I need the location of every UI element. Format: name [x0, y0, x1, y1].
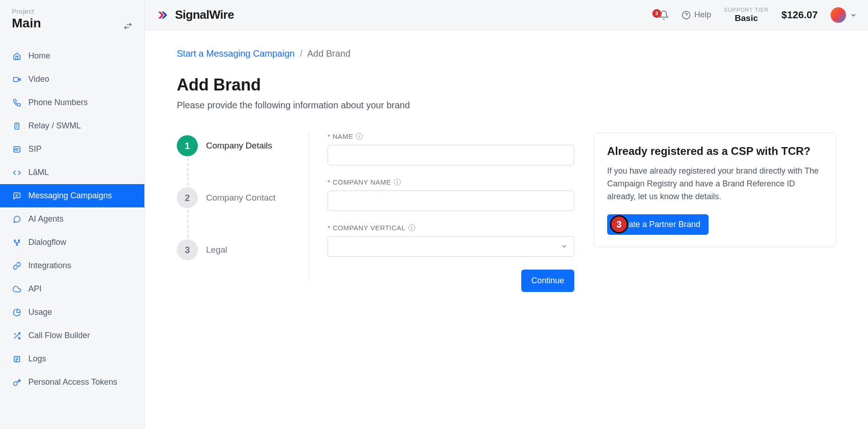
sidebar-item-usage[interactable]: Usage — [0, 301, 144, 324]
help-icon — [682, 11, 691, 20]
company-vertical-select[interactable] — [328, 236, 574, 257]
step-legal[interactable]: 3 Legal — [177, 239, 309, 260]
sidebar-item-sip[interactable]: SIP — [0, 138, 144, 161]
name-label: * NAME — [328, 132, 353, 140]
logs-icon — [12, 355, 22, 363]
sidebar-item-messaging-campaigns[interactable]: Messaging Campaigns — [0, 184, 144, 207]
step-label: Company Details — [206, 141, 272, 151]
sidebar-item-call-flow-builder[interactable]: Call Flow Builder — [0, 324, 144, 347]
step-label: Legal — [206, 245, 228, 255]
support-tier[interactable]: SUPPORT TIER Basic — [724, 7, 769, 23]
info-icon[interactable]: i — [356, 133, 363, 140]
stepper: 1 Company Details 2 Company Contact 3 Le… — [177, 132, 309, 281]
user-menu[interactable] — [831, 7, 857, 23]
brand-name: SignalWire — [175, 8, 234, 22]
sidebar: Project Main Home Video Phone Numbers Re… — [0, 0, 145, 429]
sidebar-item-label: AI Agents — [28, 214, 64, 224]
svg-point-5 — [16, 244, 18, 245]
step-number: 1 — [177, 135, 198, 156]
project-name: Main — [12, 16, 41, 31]
breadcrumb: Start a Messaging Campaign / Add Brand — [177, 48, 836, 59]
sidebar-item-home[interactable]: Home — [0, 44, 144, 68]
step-connector — [187, 210, 188, 238]
sidebar-item-ai-agents[interactable]: AI Agents — [0, 207, 144, 231]
breadcrumb-current: Add Brand — [307, 48, 351, 58]
sidebar-item-logs[interactable]: Logs — [0, 347, 144, 371]
field-company-name: * COMPANY NAME i — [328, 178, 574, 211]
sidebar-item-label: Home — [28, 51, 50, 61]
sidebar-nav: Home Video Phone Numbers Relay / SWML SI… — [0, 44, 144, 394]
csp-info-card: Already registered as a CSP with TCR? If… — [594, 132, 836, 247]
annotation-badge: 3 — [610, 215, 628, 233]
sidebar-item-personal-access-tokens[interactable]: Personal Access Tokens — [0, 371, 144, 394]
link-icon — [12, 262, 22, 270]
topbar: SignalWire 3 Help SUPPORT TIER Basic $12… — [145, 0, 868, 30]
help-button[interactable]: Help — [682, 10, 711, 20]
chart-icon — [12, 308, 22, 317]
company-name-label: * COMPANY NAME — [328, 178, 391, 186]
tier-value: Basic — [724, 13, 769, 23]
info-icon[interactable]: i — [408, 224, 415, 231]
sidebar-item-label: Integrations — [28, 261, 71, 270]
sidebar-item-integrations[interactable]: Integrations — [0, 254, 144, 277]
field-company-vertical: * COMPANY VERTICAL i — [328, 224, 574, 257]
step-connector — [187, 158, 188, 185]
switch-project-icon[interactable] — [123, 21, 132, 31]
dialogflow-icon — [12, 238, 22, 247]
sidebar-item-dialogflow[interactable]: Dialogflow — [0, 231, 144, 254]
key-icon — [12, 378, 22, 387]
chat-icon — [12, 215, 22, 223]
sidebar-item-api[interactable]: API — [0, 277, 144, 301]
account-balance[interactable]: $126.07 — [781, 9, 818, 21]
sidebar-item-label: Usage — [28, 307, 52, 317]
sidebar-item-label: Call Flow Builder — [28, 331, 90, 340]
phone-icon — [12, 99, 22, 107]
page-subtitle: Please provide the following information… — [177, 100, 836, 111]
sip-icon — [12, 145, 22, 154]
sidebar-item-phone-numbers[interactable]: Phone Numbers — [0, 91, 144, 114]
help-label: Help — [694, 10, 711, 20]
relay-icon — [12, 122, 22, 130]
breadcrumb-parent[interactable]: Start a Messaging Campaign — [177, 48, 295, 58]
sidebar-item-label: Relay / SWML — [28, 121, 81, 131]
chevron-down-icon — [850, 11, 857, 19]
message-icon — [12, 192, 22, 200]
code-icon — [12, 169, 22, 177]
brand[interactable]: SignalWire — [156, 8, 234, 22]
card-title: Already registered as a CSP with TCR? — [607, 145, 823, 158]
card-body: If you have already registered your bran… — [607, 165, 823, 203]
sidebar-item-video[interactable]: Video — [0, 68, 144, 91]
signalwire-logo-icon — [156, 8, 169, 22]
tier-label: SUPPORT TIER — [724, 7, 769, 13]
main: SignalWire 3 Help SUPPORT TIER Basic $12… — [145, 0, 868, 429]
field-name: * NAME i — [328, 132, 574, 165]
step-company-contact[interactable]: 2 Company Contact — [177, 187, 309, 208]
sidebar-item-label: LāML — [28, 168, 49, 177]
sidebar-item-laml[interactable]: LāML — [0, 161, 144, 184]
notification-count-badge: 3 — [652, 9, 661, 18]
project-switcher[interactable]: Project Main — [0, 0, 144, 40]
sidebar-item-label: Dialogflow — [28, 238, 66, 247]
home-icon — [12, 52, 22, 60]
step-number: 2 — [177, 187, 198, 208]
svg-point-4 — [18, 240, 20, 241]
company-name-input[interactable] — [328, 191, 574, 211]
cloud-icon — [12, 285, 22, 293]
svg-point-3 — [14, 240, 16, 241]
form: * NAME i * COMPANY NAME i * COMPANY VERT… — [328, 132, 574, 292]
content: Start a Messaging Campaign / Add Brand A… — [145, 30, 868, 429]
step-company-details[interactable]: 1 Company Details — [177, 135, 309, 156]
continue-button[interactable]: Continue — [521, 270, 574, 292]
avatar — [831, 7, 846, 23]
name-input[interactable] — [328, 145, 574, 165]
sidebar-item-label: Logs — [28, 354, 46, 364]
breadcrumb-separator: / — [300, 48, 302, 58]
sidebar-item-label: Personal Access Tokens — [28, 377, 117, 387]
notifications-button[interactable]: 3 — [659, 10, 669, 20]
sidebar-item-label: Phone Numbers — [28, 98, 88, 107]
sidebar-item-relay[interactable]: Relay / SWML — [0, 114, 144, 138]
info-icon[interactable]: i — [394, 179, 401, 185]
step-label: Company Contact — [206, 193, 275, 203]
sidebar-item-label: SIP — [28, 144, 42, 154]
sidebar-item-label: Messaging Campaigns — [28, 191, 112, 201]
